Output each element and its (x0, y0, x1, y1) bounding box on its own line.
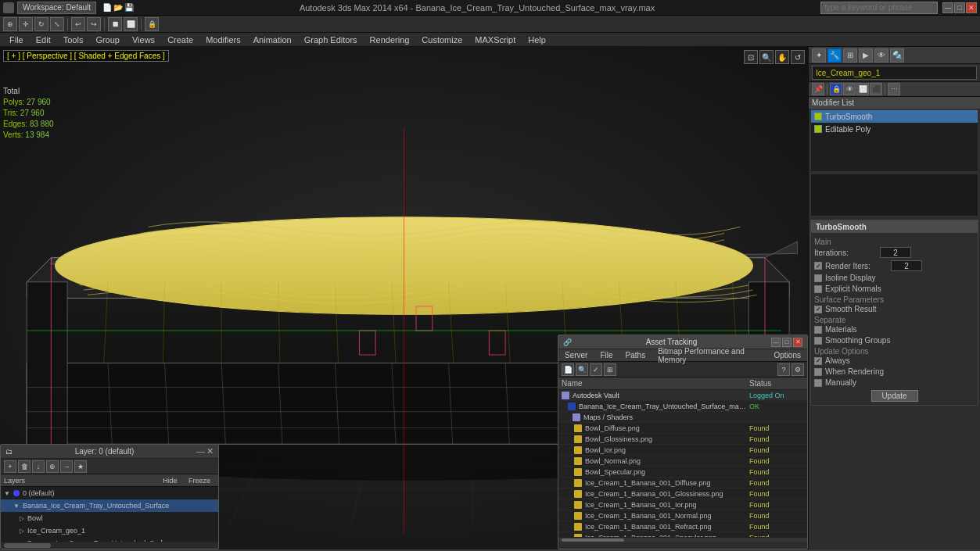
minimize-button[interactable]: — (942, 2, 953, 13)
layer-item-0[interactable]: ▼ 0 (default) (1, 487, 218, 499)
menu-maxscript[interactable]: MAXScript (468, 34, 522, 46)
iterations-input[interactable] (880, 247, 911, 258)
vp-orbit[interactable]: ↺ (791, 50, 805, 64)
asset-toolbar-btn-3[interactable]: ✓ (590, 363, 602, 376)
search-input[interactable] (820, 2, 938, 14)
asset-toolbar-btn-2[interactable]: 🔍 (576, 363, 588, 376)
menu-create[interactable]: Create (161, 34, 199, 46)
asset-row-ic-diffuse[interactable]: Ice_Cream_1_Banana_001_Diffuse.png Found (558, 478, 807, 488)
toolbar-redo[interactable]: ↪ (87, 17, 101, 31)
asset-menu-bitmap[interactable]: Bitmap Performance and Memory (652, 347, 767, 364)
menu-help[interactable]: Help (522, 34, 552, 46)
asset-minimize-btn[interactable]: — (771, 338, 781, 347)
modifier-item-turbosmooth[interactable]: TurboSmooth (811, 110, 978, 123)
menu-file[interactable]: File (3, 34, 30, 46)
isoline-checkbox[interactable] (814, 274, 822, 282)
layers-list[interactable]: ▼ 0 (default) ▼ Banana_Ice_Cream_Tray_Un… (1, 487, 218, 542)
asset-menu-options[interactable]: Options (768, 351, 807, 360)
layers-close-btn[interactable]: ✕ (206, 446, 214, 456)
viewport[interactable]: X Y Z [ + ] [ Perspective ] [ Shaded + E… (0, 47, 808, 549)
modifier-checkbox-editablepoly[interactable] (814, 125, 822, 133)
menu-views[interactable]: Views (126, 34, 161, 46)
rt-hierarchy[interactable]: ⊞ (843, 48, 857, 63)
asset-row-bowl-ior[interactable]: Bowl_Ior.png Found (558, 445, 807, 456)
menu-animation[interactable]: Animation (247, 34, 298, 46)
asset-menu-server[interactable]: Server (558, 351, 594, 360)
object-name-field[interactable]: Ice_Cream_geo_1 (812, 66, 977, 80)
asset-row-bowl-specular[interactable]: Bowl_Specular.png Found (558, 467, 807, 478)
layers-scrollbar[interactable] (1, 542, 218, 548)
toolbar-scale[interactable]: ⤡ (50, 17, 64, 31)
update-button[interactable]: Update (871, 390, 918, 402)
modifier-checkbox-turbosmooth[interactable] (814, 113, 822, 120)
layer-item-icecream[interactable]: ▷ Ice_Cream_geo_1 (1, 524, 218, 537)
menu-graph-editors[interactable]: Graph Editors (298, 34, 364, 46)
toolbar-select[interactable]: ⊕ (3, 17, 17, 31)
vp-zoom[interactable]: 🔍 (759, 50, 774, 64)
toolbar-new[interactable]: 📄 (102, 3, 112, 12)
toolbar-material[interactable]: ⬜ (124, 17, 138, 31)
menu-rendering[interactable]: Rendering (364, 34, 416, 46)
asset-row-ic-specular[interactable]: Ice_Cream_1_Banana_001_Specular.png Foun… (558, 532, 807, 537)
menu-group[interactable]: Group (89, 34, 126, 46)
menu-tools[interactable]: Tools (57, 34, 90, 46)
asset-row-maxfile[interactable]: Banana_Ice_Cream_Tray_Untouched_Surface_… (558, 401, 807, 412)
materials-checkbox[interactable] (814, 326, 822, 334)
always-radio[interactable] (814, 357, 822, 365)
toolbar-rotate[interactable]: ↻ (34, 17, 48, 31)
layer-item-1[interactable]: ▼ Banana_Ice_Cream_Tray_Untouched_Surfac… (1, 499, 218, 512)
asset-menu-file[interactable]: File (594, 351, 619, 360)
asset-row-ic-ior[interactable]: Ice_Cream_1_Banana_001_Ior.png Found (558, 499, 807, 510)
asset-row-bowl-diffuse[interactable]: Bowl_Diffuse.png Found (558, 423, 807, 434)
layers-new-btn[interactable]: + (4, 460, 16, 473)
menu-customize[interactable]: Customize (415, 34, 468, 46)
pi-lock[interactable]: 🔒 (830, 83, 842, 95)
asset-row-maps[interactable]: Maps / Shaders (558, 412, 807, 423)
asset-close-btn[interactable]: ✕ (793, 338, 802, 347)
pi-more[interactable]: ⋯ (888, 83, 900, 95)
modifier-item-editablepoly[interactable]: Editable Poly (811, 123, 978, 135)
layers-add-selection-btn[interactable]: ↓ (32, 460, 45, 473)
layers-minimize-btn[interactable]: — (196, 446, 205, 456)
layers-scroll-thumb[interactable] (4, 543, 51, 548)
asset-row-bowl-gloss[interactable]: Bowl_Glossiness.png Found (558, 434, 807, 445)
layers-move-btn[interactable]: → (60, 460, 73, 473)
manually-radio[interactable] (814, 379, 822, 387)
modifier-list-panel[interactable]: TurboSmooth Editable Poly (810, 109, 978, 172)
layers-select-btn[interactable]: ⊕ (46, 460, 59, 473)
render-iters-input[interactable] (891, 260, 922, 271)
vp-zoom-extents[interactable]: ⊡ (744, 50, 758, 64)
close-button[interactable]: ✕ (966, 2, 977, 13)
smooth-result-checkbox[interactable] (814, 306, 822, 313)
asset-toolbar-btn-4[interactable]: ⊞ (604, 363, 616, 376)
rt-modify[interactable]: 🔧 (827, 48, 842, 63)
asset-menu-paths[interactable]: Paths (619, 351, 652, 360)
when-rendering-radio[interactable] (814, 368, 822, 376)
rt-display[interactable]: 👁 (874, 48, 888, 63)
asset-toolbar-help[interactable]: ? (777, 363, 790, 376)
asset-scrollbar[interactable] (558, 537, 807, 542)
smoothing-checkbox[interactable] (814, 337, 822, 345)
layers-delete-btn[interactable]: 🗑 (18, 460, 31, 473)
pi-pin[interactable]: 📌 (812, 83, 824, 95)
asset-row-ic-normal[interactable]: Ice_Cream_1_Banana_001_Normal.png Found (558, 510, 807, 521)
rt-utilities[interactable]: 🔩 (890, 48, 904, 63)
toolbar-undo[interactable]: ↩ (71, 17, 85, 31)
pi-shade[interactable]: ⬛ (870, 83, 882, 95)
menu-modifiers[interactable]: Modifiers (199, 34, 247, 46)
asset-row-bowl-normal[interactable]: Bowl_Normal.png Found (558, 456, 807, 467)
asset-rows-list[interactable]: Autodesk Vault Logged On Banana_Ice_Crea… (558, 390, 807, 537)
asset-toolbar-btn-1[interactable]: 📄 (562, 363, 574, 376)
asset-row-ic-gloss[interactable]: Ice_Cream_1_Banana_001_Glossiness.png Fo… (558, 488, 807, 499)
asset-maximize-btn[interactable]: □ (782, 338, 792, 347)
layers-active-btn[interactable]: ★ (74, 460, 87, 473)
maximize-button[interactable]: □ (954, 2, 965, 13)
rt-motion[interactable]: ▶ (859, 48, 873, 63)
asset-row-vault[interactable]: Autodesk Vault Logged On (558, 390, 807, 401)
workspace-button[interactable]: Workspace: Default (17, 2, 96, 14)
pi-show[interactable]: 👁 (843, 83, 856, 95)
explicit-checkbox[interactable] (814, 285, 822, 293)
toolbar-move[interactable]: ✛ (19, 17, 33, 31)
layer-item-bowl[interactable]: ▷ Bowl (1, 512, 218, 524)
toolbar-snap[interactable]: 🔒 (145, 17, 159, 31)
